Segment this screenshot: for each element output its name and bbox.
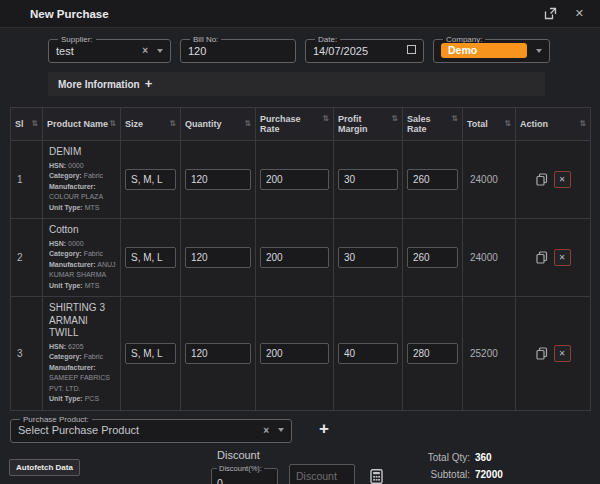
sort-icon[interactable]: ⇅ <box>451 114 458 123</box>
profit-margin-input[interactable] <box>338 247 398 268</box>
clear-icon[interactable]: × <box>142 45 148 56</box>
plus-icon: + <box>145 79 153 89</box>
size-input[interactable] <box>125 343 176 364</box>
subtotal-label: Subtotal: <box>385 469 470 480</box>
page-title: New Purchase <box>30 8 109 20</box>
bill-no-field[interactable]: Bill No: 120 <box>180 35 296 63</box>
column-header-profit-margin[interactable]: ⇅Profit Margin <box>334 108 403 141</box>
chevron-down-icon[interactable] <box>278 428 284 432</box>
product-info: DENIM HSN: 0000 Category: Fabric Manufac… <box>43 141 121 219</box>
sort-icon[interactable]: ⇅ <box>322 114 329 123</box>
discount-percent-label: Discount(%): <box>217 464 264 473</box>
product-name: SHIRTING 3 ARMANI TWILL <box>49 302 116 340</box>
sort-icon[interactable]: ⇅ <box>579 119 586 128</box>
clear-icon[interactable]: × <box>263 425 269 436</box>
sort-icon[interactable]: ⇅ <box>504 119 511 128</box>
copy-icon[interactable] <box>536 347 548 360</box>
chevron-down-icon[interactable] <box>157 49 163 53</box>
product-info: SHIRTING 3 ARMANI TWILL HSN: 6205 Catego… <box>43 297 121 411</box>
purchase-product-row: Purchase Product: Select Purchase Produc… <box>10 415 600 443</box>
total-qty-label: Total Qty: <box>385 452 470 463</box>
subtotal-value: 72000 <box>475 469 503 480</box>
row-total: 24000 <box>463 219 516 297</box>
column-header-size[interactable]: ⇅Size <box>121 108 181 141</box>
sales-rate-input[interactable] <box>407 343 458 364</box>
autofetch-data-button[interactable]: Autofetch Data <box>9 459 80 476</box>
more-information-label: More Information <box>58 79 140 90</box>
profit-margin-input[interactable] <box>338 169 398 190</box>
calculator-icon[interactable] <box>370 469 383 484</box>
date-field[interactable]: Date: 14/07/2025 <box>305 35 424 63</box>
row-total: 24000 <box>463 141 516 219</box>
product-name: Cotton <box>49 224 116 237</box>
company-value-chip: Demo <box>441 43 527 58</box>
size-input[interactable] <box>125 247 176 268</box>
row-serial: 2 <box>11 219 43 297</box>
header-fields: Supplier: test × Bill No: 120 Date: 14/0… <box>48 35 600 63</box>
discount-block: Discount Discount(%): Amt: 2(%): Amt: <box>211 449 383 484</box>
chevron-down-icon[interactable] <box>536 49 542 53</box>
totals-summary: Total Qty: 360 Subtotal: 72000 Discount:… <box>385 452 503 484</box>
purchase-product-select[interactable]: Purchase Product: Select Purchase Produc… <box>10 415 292 443</box>
column-header-quantity[interactable]: ⇅Quantity <box>181 108 256 141</box>
remove-row-button[interactable]: ✕ <box>554 171 571 188</box>
row-serial: 1 <box>11 141 43 219</box>
date-label: Date: <box>315 35 340 44</box>
profit-margin-input[interactable] <box>338 343 398 364</box>
sort-icon[interactable]: ⇅ <box>31 119 38 128</box>
column-header-sales-rate[interactable]: ⇅Sales Rate <box>403 108 463 141</box>
product-name: DENIM <box>49 146 116 159</box>
company-select[interactable]: Company: Demo <box>433 35 550 63</box>
remove-row-button[interactable]: ✕ <box>554 345 571 362</box>
dialog-titlebar: New Purchase ✕ <box>0 0 600 28</box>
sales-rate-input[interactable] <box>407 169 458 190</box>
remove-row-button[interactable]: ✕ <box>554 249 571 266</box>
supplier-select[interactable]: Supplier: test × <box>48 35 171 63</box>
total-qty-value: 360 <box>475 452 503 463</box>
sort-icon[interactable]: ⇅ <box>244 119 251 128</box>
discount-heading: Discount <box>217 449 383 461</box>
table-header-row: ⇅Sl ⇅Product Name ⇅Size ⇅Quantity ⇅Purch… <box>11 108 591 141</box>
summary-section: Autofetch Data Discount Discount(%): Amt… <box>0 449 600 484</box>
row-total: 25200 <box>463 297 516 411</box>
supplier-value: test <box>56 45 74 57</box>
calendar-icon[interactable] <box>407 45 416 56</box>
table-row: 2 Cotton HSN: 0000 Category: Fabric Manu… <box>11 219 591 297</box>
column-header-total[interactable]: ⇅Total <box>463 108 516 141</box>
purchase-rate-input[interactable] <box>260 247 329 268</box>
close-icon[interactable]: ✕ <box>575 7 584 20</box>
date-value: 14/07/2025 <box>313 45 368 57</box>
purchase-product-label: Purchase Product: <box>20 415 92 424</box>
sort-icon[interactable]: ⇅ <box>391 114 398 123</box>
sort-icon[interactable]: ⇅ <box>169 119 176 128</box>
row-serial: 3 <box>11 297 43 411</box>
table-row: 1 DENIM HSN: 0000 Category: Fabric Manuf… <box>11 141 591 219</box>
product-info: Cotton HSN: 0000 Category: Fabric Manufa… <box>43 219 121 297</box>
quantity-input[interactable] <box>185 169 251 190</box>
bill-no-label: Bill No: <box>190 35 221 44</box>
discount-percent-input[interactable] <box>217 477 272 484</box>
copy-icon[interactable] <box>536 251 548 264</box>
items-table: ⇅Sl ⇅Product Name ⇅Size ⇅Quantity ⇅Purch… <box>10 107 591 411</box>
column-header-product-name[interactable]: ⇅Product Name <box>43 108 121 141</box>
table-row: 3 SHIRTING 3 ARMANI TWILL HSN: 6205 Cate… <box>11 297 591 411</box>
discount-amount-input[interactable] <box>289 464 355 484</box>
sort-icon[interactable]: ⇅ <box>109 119 116 128</box>
purchase-rate-input[interactable] <box>260 343 329 364</box>
column-header-sl[interactable]: ⇅Sl <box>11 108 43 141</box>
supplier-label: Supplier: <box>58 35 96 44</box>
more-information-toggle[interactable]: More Information + <box>48 72 545 96</box>
quantity-input[interactable] <box>185 343 251 364</box>
quantity-input[interactable] <box>185 247 251 268</box>
bill-no-value: 120 <box>188 45 206 57</box>
copy-icon[interactable] <box>536 173 548 186</box>
sales-rate-input[interactable] <box>407 247 458 268</box>
purchase-product-placeholder: Select Purchase Product <box>18 424 139 436</box>
column-header-purchase-rate[interactable]: ⇅Purchase Rate <box>256 108 334 141</box>
column-header-action[interactable]: ⇅Action <box>516 108 591 141</box>
add-product-button[interactable]: + <box>319 422 329 436</box>
expand-icon[interactable] <box>544 7 557 20</box>
size-input[interactable] <box>125 169 176 190</box>
purchase-rate-input[interactable] <box>260 169 329 190</box>
discount-percent-field[interactable]: Discount(%): <box>211 464 278 484</box>
